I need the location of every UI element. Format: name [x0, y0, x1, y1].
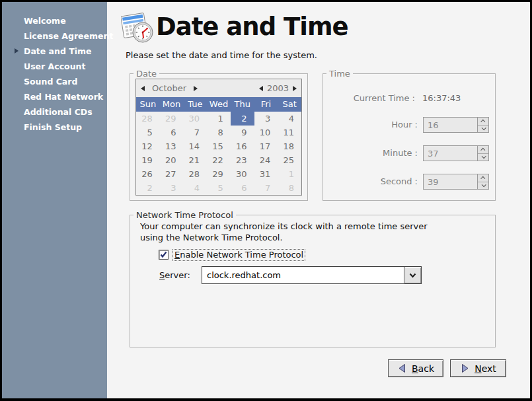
calendar-day[interactable]: 15 — [207, 139, 231, 153]
sidebar: WelcomeLicense AgreementDate and TimeUse… — [2, 2, 107, 398]
calendar-day[interactable]: 24 — [254, 153, 278, 167]
calendar-day[interactable]: 22 — [207, 153, 231, 167]
prev-year-icon[interactable] — [259, 86, 263, 91]
sidebar-item-finish-setup[interactable]: Finish Setup — [2, 120, 107, 135]
calendar-day[interactable]: 29 — [207, 167, 231, 181]
next-year-icon[interactable] — [293, 86, 297, 91]
ntp-frame-label: Network Time Protocol — [133, 210, 236, 220]
second-label: Second : — [332, 176, 418, 186]
calendar-day[interactable]: 17 — [254, 139, 278, 153]
calendar-day[interactable]: 28 — [136, 112, 160, 126]
server-combo[interactable] — [202, 266, 422, 284]
calendar-day[interactable]: 5 — [136, 126, 160, 139]
calendar-day[interactable]: 7 — [254, 181, 278, 195]
second-spinner[interactable] — [423, 174, 489, 190]
date-frame-label: Date — [133, 69, 159, 79]
calendar-day[interactable]: 31 — [254, 167, 278, 181]
second-input[interactable] — [424, 174, 477, 189]
checkmark-icon — [160, 251, 167, 258]
next-button[interactable]: Next — [450, 359, 506, 377]
ntp-description-line2: using the Network Time Protocol. — [140, 232, 283, 243]
calendar-day[interactable]: 30 — [183, 112, 207, 126]
calendar-day-selected[interactable]: 2 — [231, 112, 254, 126]
calendar-header: October 2003 — [136, 79, 301, 97]
hour-spinner[interactable] — [423, 117, 489, 133]
spin-up-icon[interactable] — [478, 174, 488, 182]
calendar-day[interactable]: 2 — [136, 181, 160, 195]
calendar-day[interactable]: 21 — [183, 153, 207, 167]
hour-input[interactable] — [424, 118, 477, 132]
minute-spinner[interactable] — [423, 145, 489, 161]
calendar-month-label: October — [152, 83, 186, 93]
ntp-description-line1: Your computer can synchronize its clock … — [140, 221, 428, 232]
calendar-day[interactable]: 30 — [231, 167, 254, 181]
calendar-day[interactable]: 13 — [160, 139, 184, 153]
calendar-year-label: 2003 — [267, 83, 289, 93]
calendar-day[interactable]: 7 — [183, 126, 207, 139]
back-button[interactable]: Back — [388, 359, 443, 377]
spin-down-icon[interactable] — [478, 126, 488, 133]
calendar-day[interactable]: 27 — [160, 167, 184, 181]
calendar-day[interactable]: 6 — [160, 126, 184, 139]
calendar-day[interactable]: 25 — [278, 153, 301, 167]
calendar-day[interactable]: 11 — [278, 126, 301, 139]
minute-input[interactable] — [424, 146, 477, 161]
sidebar-item-welcome[interactable]: Welcome — [2, 13, 107, 28]
calendar-day[interactable]: 19 — [136, 153, 160, 167]
calendar-day[interactable]: 8 — [207, 126, 231, 139]
sidebar-item-user-account[interactable]: User Account — [2, 59, 107, 74]
calendar-day[interactable]: 5 — [207, 181, 231, 195]
calendar-widget: October 2003 Sun Mon Tue Wed Thu Fri — [135, 79, 302, 196]
calendar-day[interactable]: 6 — [231, 181, 254, 195]
sidebar-item-red-hat-network[interactable]: Red Hat Network — [2, 89, 107, 104]
firstboot-window: WelcomeLicense AgreementDate and TimeUse… — [0, 0, 532, 401]
enable-ntp-label[interactable]: Enable Network Time Protocol — [172, 249, 305, 261]
next-month-icon[interactable] — [194, 86, 198, 91]
spin-up-icon[interactable] — [478, 146, 488, 154]
weekday-label: Mon — [160, 97, 184, 112]
calendar-day[interactable]: 3 — [254, 112, 278, 126]
content-area: Date and Time Please set the date and ti… — [107, 2, 530, 398]
spin-down-icon[interactable] — [478, 154, 488, 161]
next-arrow-icon — [460, 363, 470, 373]
prev-month-icon[interactable] — [141, 86, 145, 91]
calendar-day[interactable]: 1 — [207, 112, 231, 126]
calendar-day[interactable]: 18 — [278, 139, 301, 153]
calendar-day[interactable]: 14 — [183, 139, 207, 153]
server-input[interactable] — [202, 266, 404, 284]
page-title: Date and Time — [156, 13, 348, 41]
calendar-day[interactable]: 1 — [278, 167, 301, 181]
weekday-label: Tue — [183, 97, 207, 112]
calendar-day[interactable]: 28 — [183, 167, 207, 181]
calendar-day[interactable]: 20 — [160, 153, 184, 167]
sidebar-item-sound-card[interactable]: Sound Card — [2, 74, 107, 89]
spin-down-icon[interactable] — [478, 182, 488, 190]
calendar-day[interactable]: 8 — [278, 181, 301, 195]
minute-label: Minute : — [332, 148, 418, 158]
calendar-day[interactable]: 4 — [278, 112, 301, 126]
calendar-weekday-row: Sun Mon Tue Wed Thu Fri Sat — [136, 97, 301, 112]
weekday-label: Thu — [231, 97, 254, 112]
page-subtitle: Please set the date and time for the sys… — [126, 50, 317, 60]
calendar-day[interactable]: 16 — [231, 139, 254, 153]
spin-up-icon[interactable] — [478, 118, 488, 126]
weekday-label: Sat — [278, 97, 301, 112]
calendar-day[interactable]: 9 — [231, 126, 254, 139]
calendar-day[interactable]: 23 — [231, 153, 254, 167]
weekday-label: Sun — [136, 97, 160, 112]
current-time-value: 16:37:43 — [422, 93, 461, 103]
calendar-day[interactable]: 4 — [183, 181, 207, 195]
sidebar-item-additional-cds[interactable]: Additional CDs — [2, 104, 107, 120]
sidebar-item-license-agreement[interactable]: License Agreement — [2, 28, 107, 44]
calendar-day[interactable]: 3 — [160, 181, 184, 195]
dropdown-arrow-icon[interactable] — [404, 266, 422, 284]
calendar-day[interactable]: 10 — [254, 126, 278, 139]
hour-label: Hour : — [332, 120, 418, 129]
active-item-arrow-icon — [15, 48, 19, 54]
enable-ntp-checkbox[interactable] — [159, 250, 169, 260]
calendar-day[interactable]: 26 — [136, 167, 160, 181]
calendar-day[interactable]: 29 — [160, 112, 184, 126]
sidebar-item-date-and-time[interactable]: Date and Time — [2, 44, 107, 59]
calendar-day[interactable]: 12 — [136, 139, 160, 153]
time-frame-label: Time — [326, 69, 353, 79]
